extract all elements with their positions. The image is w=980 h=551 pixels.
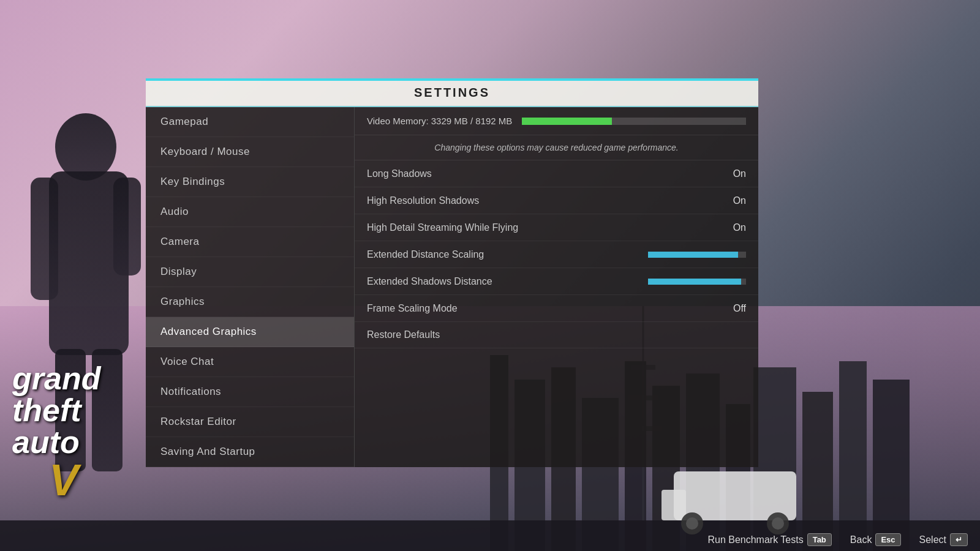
vram-bar-fill [522,118,611,125]
settings-sidebar: Gamepad Keyboard / Mouse Key Bindings Au… [146,107,354,467]
select-action[interactable]: Select ↵ [919,533,968,546]
settings-title: SETTINGS [146,80,758,107]
logo-grand: grand [12,362,100,394]
setting-row-frame-scaling-mode[interactable]: Frame Scaling Mode Off [355,295,758,322]
settings-content: Video Memory: 3329 MB / 8192 MB Changing… [354,107,758,467]
cyan-accent-border [146,78,758,81]
setting-row-high-resolution-shadows[interactable]: High Resolution Shadows On [355,187,758,214]
setting-value-frame-scaling-mode: Off [709,303,746,314]
back-label: Back [850,534,872,545]
logo-roman-numeral: V [49,458,100,502]
setting-name-restore-defaults: Restore Defaults [367,329,440,340]
bottom-action-bar: Run Benchmark Tests Tab Back Esc Select … [0,528,980,551]
slider-bar-extended-shadows[interactable] [648,279,746,285]
vram-row: Video Memory: 3329 MB / 8192 MB [355,107,758,135]
svg-rect-27 [113,178,141,276]
setting-row-long-shadows[interactable]: Long Shadows On [355,160,758,187]
logo-auto: auto [12,426,100,458]
sidebar-item-display[interactable]: Display [146,257,354,287]
slider-fill-extended-distance [648,252,738,258]
setting-name-long-shadows: Long Shadows [367,168,709,179]
run-benchmark-action[interactable]: Run Benchmark Tests Tab [707,533,831,546]
settings-modal: SETTINGS Gamepad Keyboard / Mouse Key Bi… [146,80,758,467]
setting-value-high-detail-streaming: On [709,222,746,233]
run-benchmark-label: Run Benchmark Tests [707,534,803,545]
sidebar-item-graphics[interactable]: Graphics [146,287,354,317]
sidebar-item-keyboard-mouse[interactable]: Keyboard / Mouse [146,137,354,167]
sidebar-item-gamepad[interactable]: Gamepad [146,107,354,137]
vram-label: Video Memory: 3329 MB / 8192 MB [367,116,512,126]
vram-bar-background [522,118,746,125]
svg-point-24 [55,113,116,181]
svg-rect-19 [662,490,686,520]
setting-name-frame-scaling-mode: Frame Scaling Mode [367,303,709,314]
setting-row-high-detail-streaming[interactable]: High Detail Streaming While Flying On [355,214,758,241]
setting-name-high-resolution-shadows: High Resolution Shadows [367,195,709,206]
gta-logo: grand theft auto V [12,362,100,502]
sidebar-item-rockstar-editor[interactable]: Rockstar Editor [146,407,354,437]
setting-name-extended-distance-scaling: Extended Distance Scaling [367,249,648,260]
back-action[interactable]: Back Esc [850,533,901,546]
sidebar-item-advanced-graphics[interactable]: Advanced Graphics [146,317,354,347]
setting-name-extended-shadows-distance: Extended Shadows Distance [367,276,648,287]
svg-point-23 [772,517,784,530]
setting-value-high-resolution-shadows: On [709,195,746,206]
setting-name-high-detail-streaming: High Detail Streaming While Flying [367,222,709,233]
slider-container-extended-shadows [648,279,746,285]
setting-row-extended-distance-scaling[interactable]: Extended Distance Scaling [355,241,758,268]
settings-title-text: SETTINGS [414,86,490,99]
logo-theft: theft [12,394,100,426]
sidebar-item-saving-startup[interactable]: Saving And Startup [146,437,354,467]
select-label: Select [919,534,946,545]
sidebar-item-key-bindings[interactable]: Key Bindings [146,167,354,197]
slider-fill-extended-shadows [648,279,741,285]
tab-key-badge: Tab [807,533,832,546]
sidebar-item-notifications[interactable]: Notifications [146,377,354,407]
performance-warning: Changing these options may cause reduced… [355,135,758,160]
sidebar-item-audio[interactable]: Audio [146,197,354,227]
setting-value-long-shadows: On [709,168,746,179]
sidebar-item-voice-chat[interactable]: Voice Chat [146,347,354,377]
settings-body: Gamepad Keyboard / Mouse Key Bindings Au… [146,107,758,467]
esc-key-badge: Esc [875,533,900,546]
setting-row-extended-shadows-distance[interactable]: Extended Shadows Distance [355,268,758,295]
svg-point-22 [686,517,698,530]
sidebar-item-camera[interactable]: Camera [146,227,354,257]
slider-container-extended-distance [648,252,746,258]
setting-row-restore-defaults[interactable]: Restore Defaults [355,322,758,348]
enter-key-badge: ↵ [950,533,968,546]
svg-rect-26 [31,178,58,300]
slider-bar-extended-distance[interactable] [648,252,746,258]
